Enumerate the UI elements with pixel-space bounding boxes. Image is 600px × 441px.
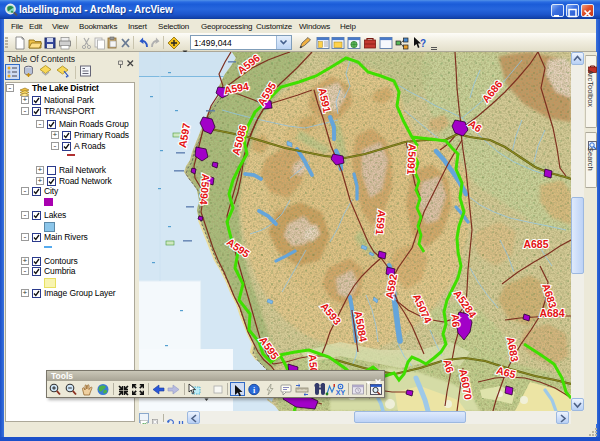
svg-text:A6: A6 xyxy=(449,313,462,328)
svg-text:A684: A684 xyxy=(539,307,564,319)
svg-text:A685: A685 xyxy=(523,238,548,250)
svg-text:XY: XY xyxy=(336,389,346,396)
svg-text:A5091: A5091 xyxy=(405,143,419,175)
svg-text:?: ? xyxy=(420,38,426,49)
